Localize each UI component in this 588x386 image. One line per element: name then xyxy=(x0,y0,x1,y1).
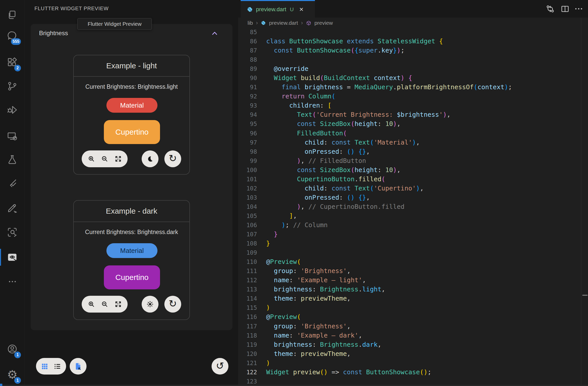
code-line[interactable]: 88 xyxy=(238,55,588,64)
card-header: Example - dark xyxy=(74,201,189,222)
grid-layout-icon[interactable] xyxy=(41,363,48,370)
code-line[interactable]: 93 children: [ xyxy=(238,101,588,110)
sidebar-item-extensions[interactable]: 2 xyxy=(0,54,24,70)
line-text: group: 'Brightness', xyxy=(266,322,351,331)
card-toolbar: ↻ xyxy=(74,150,189,167)
code-line[interactable]: 113 brightness: Brightness.light, xyxy=(238,285,588,294)
code-line[interactable]: 106 ); // Column xyxy=(238,221,588,230)
sidebar-item-more[interactable] xyxy=(0,273,24,290)
code-line[interactable]: 90 Widget build(BuildContext context) { xyxy=(238,73,588,83)
code-line[interactable]: 122Widget preview() => const ButtonShowc… xyxy=(238,368,588,377)
editor-actions xyxy=(546,0,584,18)
list-layout-icon[interactable] xyxy=(54,363,61,370)
code-line[interactable]: 94 Text('Current Brightness: $brightness… xyxy=(238,110,588,119)
line-number: 105 xyxy=(238,211,257,221)
line-text: FilledButton( xyxy=(266,129,347,138)
zoom-out-icon[interactable] xyxy=(101,300,108,308)
zoom-in-icon[interactable] xyxy=(88,300,95,308)
code-line[interactable]: 107 } xyxy=(238,230,588,239)
sidebar-item-explorer[interactable] xyxy=(0,7,24,23)
close-tab-icon[interactable]: × xyxy=(299,6,303,13)
compare-changes-button[interactable] xyxy=(546,4,555,14)
material-button[interactable]: Material xyxy=(106,98,157,113)
symbol-icon xyxy=(306,20,311,26)
sidebar-item-testing[interactable] xyxy=(0,151,24,168)
code-line[interactable]: 87 const ButtonShowcase({super.key}); xyxy=(238,46,588,55)
code-line[interactable]: 89 @override xyxy=(238,64,588,73)
code-line[interactable]: 104 ), // CupertinoButton.filled xyxy=(238,202,588,211)
sidebar-item-edit-tools[interactable] xyxy=(0,200,24,216)
line-text: brightness: Brightness.light, xyxy=(266,285,385,294)
code-line[interactable]: 105 ], xyxy=(238,211,588,221)
code-line[interactable]: 91 final brightness = MediaQuery.platfor… xyxy=(238,83,588,92)
zoom-in-icon[interactable] xyxy=(88,155,95,163)
cupertino-button[interactable]: Cupertino xyxy=(104,120,160,144)
code-line[interactable]: 108} xyxy=(238,239,588,248)
collapse-group-button[interactable] xyxy=(211,30,218,37)
code-line[interactable]: 118 name: 'Example – dark', xyxy=(238,331,588,340)
code-line[interactable]: 117 group: 'Brightness', xyxy=(238,322,588,331)
dark-mode-toggle-button[interactable] xyxy=(142,150,158,167)
code-line[interactable]: 95 const SizedBox(height: 10), xyxy=(238,119,588,128)
code-line[interactable]: 103 onPressed: () {}, xyxy=(238,193,588,202)
code-line[interactable]: 119 brightness: Brightness.dark, xyxy=(238,340,588,349)
restart-preview-button[interactable]: ↺ xyxy=(212,358,228,375)
code-line[interactable]: 115) xyxy=(238,303,588,312)
reload-preview-button[interactable]: ↻ xyxy=(164,296,181,313)
line-text: child: const Text('Material'), xyxy=(266,138,420,147)
scrollbar-marker[interactable] xyxy=(582,295,587,296)
line-number: 88 xyxy=(238,55,257,64)
sidebar-item-remote-explorer[interactable] xyxy=(0,128,24,144)
sidebar-item-run-debug[interactable] xyxy=(0,102,24,118)
light-mode-toggle-button[interactable] xyxy=(142,296,158,313)
code-line[interactable]: 92 return Column( xyxy=(238,92,588,101)
code-line[interactable]: 100 const SizedBox(height: 10), xyxy=(238,165,588,175)
material-button[interactable]: Material xyxy=(106,243,157,258)
code-line[interactable]: 112 name: 'Example – light', xyxy=(238,276,588,285)
accounts-button[interactable]: 1 xyxy=(0,341,24,357)
group-header-brightness[interactable]: Brightness xyxy=(39,30,68,37)
sidebar-item-widget-inspector[interactable] xyxy=(0,224,24,240)
zoom-out-icon[interactable] xyxy=(101,155,108,163)
code-lines[interactable]: 8586class ButtonShowcase extends Statele… xyxy=(238,28,588,386)
cupertino-button[interactable]: Cupertino xyxy=(104,265,160,289)
breadcrumb-lib[interactable]: lib xyxy=(248,20,253,26)
run-debug-icon xyxy=(7,104,18,115)
code-line[interactable]: 110@Preview( xyxy=(238,257,588,266)
code-line[interactable]: 101 CupertinoButton.filled( xyxy=(238,175,588,184)
sidebar-item-flutter[interactable] xyxy=(0,176,24,192)
code-line[interactable]: 98 onPressed: () {}, xyxy=(238,147,588,156)
line-text: children: [ xyxy=(266,101,332,110)
line-number: 113 xyxy=(238,285,257,294)
code-line[interactable]: 97 child: const Text('Material'), xyxy=(238,138,588,147)
line-number: 112 xyxy=(238,276,257,285)
code-line[interactable]: 121) xyxy=(238,358,588,368)
sidebar-item-chat[interactable]: 555 xyxy=(0,28,24,44)
settings-button[interactable]: ⚙ 1 xyxy=(0,366,24,383)
sidebar-item-widget-preview[interactable] xyxy=(0,249,24,265)
code-line[interactable]: 109 xyxy=(238,248,588,257)
breadcrumb-file[interactable]: preview.dart xyxy=(269,20,298,26)
code-line[interactable]: 96 FilledButton( xyxy=(238,129,588,138)
card-status-text: Current Brightness: Brightness.light xyxy=(74,83,189,90)
breadcrumb-symbol[interactable]: preview xyxy=(314,20,333,26)
fullscreen-icon[interactable] xyxy=(114,300,122,308)
code-line[interactable]: 85 xyxy=(238,28,588,37)
code-line[interactable]: 111 group: 'Brightness', xyxy=(238,266,588,276)
code-line[interactable]: 116@Preview( xyxy=(238,312,588,321)
beaker-icon xyxy=(7,154,18,165)
code-line[interactable]: 120 theme: previewTheme, xyxy=(238,349,588,358)
reload-preview-button[interactable]: ↻ xyxy=(164,150,181,167)
tab-preview-dart[interactable]: preview.dart U × xyxy=(241,0,315,18)
panel-title: FLUTTER WIDGET PREVIEW xyxy=(34,6,109,11)
code-line[interactable]: 102 child: const Text('Cupertino'), xyxy=(238,184,588,193)
fullscreen-icon[interactable] xyxy=(114,155,122,163)
open-source-file-button[interactable] xyxy=(70,358,87,375)
code-line[interactable]: 86class ButtonShowcase extends Stateless… xyxy=(238,37,588,46)
code-line[interactable]: 114 theme: previewTheme, xyxy=(238,294,588,303)
more-actions-button[interactable] xyxy=(575,4,584,14)
split-editor-button[interactable] xyxy=(560,4,570,14)
code-line[interactable]: 99 ), // FilledButton xyxy=(238,156,588,165)
sidebar-item-source-control[interactable] xyxy=(0,78,24,94)
line-text: ); // Column xyxy=(266,221,328,230)
